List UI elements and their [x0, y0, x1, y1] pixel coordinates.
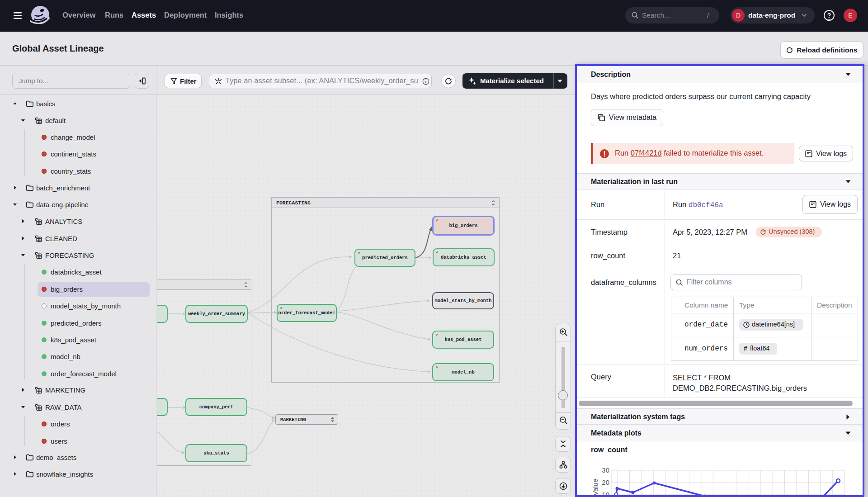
svg-text:?: ?: [827, 12, 831, 19]
svg-text:20: 20: [602, 478, 609, 486]
svg-text:10: 10: [602, 491, 609, 495]
svg-text:Value: Value: [591, 479, 599, 495]
svg-text:30: 30: [602, 466, 609, 474]
